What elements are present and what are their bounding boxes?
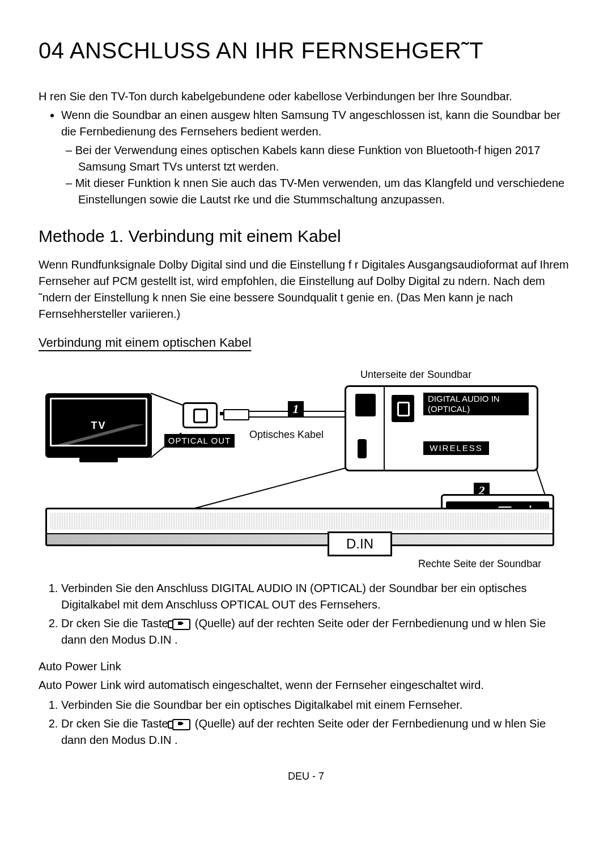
optical-cable-label: Optisches Kabel <box>249 427 324 442</box>
soundbar-bottom-label: Unterseite der Soundbar <box>360 367 471 382</box>
instruction-step: Verbinden Sie den Anschluss DIGITAL AUDI… <box>61 580 573 613</box>
instruction-step: Verbinden Sie die Soundbar ber ein optis… <box>61 697 573 713</box>
tv-icon: TV <box>45 393 152 458</box>
wireless-label: WIRELESS <box>423 441 489 455</box>
tv-label: TV <box>45 418 152 433</box>
auto-power-link-paragraph: Auto Power Link wird automatisch eingesc… <box>39 677 573 693</box>
page-footer: DEU - 7 <box>39 769 573 784</box>
intro-text: H ren Sie den TV-Ton durch kabelgebunden… <box>39 88 573 105</box>
optical-out-port-icon <box>182 402 218 428</box>
optical-subheading: Verbindung mit einem optischen Kabel <box>39 334 573 352</box>
source-icon <box>172 719 190 730</box>
source-icon <box>172 619 190 630</box>
method1-heading: Methode 1. Verbindung mit einem Kabel <box>39 224 573 249</box>
instruction-step: Dr cken Sie die Taste (Quelle) auf der r… <box>61 615 573 648</box>
optical-out-label: OPTICAL OUT <box>164 434 235 448</box>
dash-item: Mit dieser Funktion k nnen Sie auch das … <box>78 175 573 208</box>
instruction-step: Dr cken Sie die Taste (Quelle) auf der r… <box>61 716 573 748</box>
tv-stand-icon <box>79 458 118 462</box>
din-display-label: D.IN <box>328 531 392 556</box>
svg-line-2 <box>193 468 346 509</box>
digital-audio-in-label: DIGITAL AUDIO IN (OPTICAL) <box>423 393 529 415</box>
soundbar-right-label: Rechte Seite der Soundbar <box>418 556 541 571</box>
method1-paragraph: Wenn Rundfunksignale Dolby Digital sind … <box>39 257 573 322</box>
page-title: 04 ANSCHLUSS AN IHR FERNSEHGER˜T <box>39 34 573 67</box>
dash-item: Bei der Verwendung eines optischen Kabel… <box>78 142 573 175</box>
soundbar-port-panel-icon: DIGITAL AUDIO IN (OPTICAL) WIRELESS <box>345 385 538 471</box>
bullet-item: Wenn die Soundbar an einen ausgew hlten … <box>61 107 573 140</box>
auto-power-link-heading: Auto Power Link <box>39 658 573 675</box>
step-badge-1: 1 <box>288 401 304 417</box>
connection-diagram: Unterseite der Soundbar TV OPTICAL OUT O… <box>45 367 567 571</box>
soundbar-icon <box>45 508 554 546</box>
